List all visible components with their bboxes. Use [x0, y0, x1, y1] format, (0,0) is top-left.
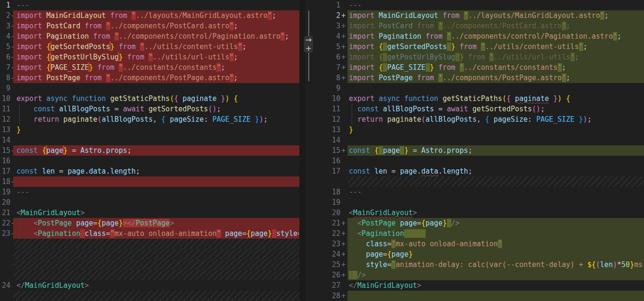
- code-line[interactable]: 2+import MainGridLayout from '../layouts…: [317, 10, 644, 21]
- code-text: return paginate(allBlogPosts, { pageSize…: [349, 114, 644, 125]
- code-line[interactable]: 5-import {getSortedPosts} from "../utils…: [0, 42, 305, 52]
- line-number: 5: [317, 42, 340, 52]
- code-line[interactable]: 21+ <PostPage page={page} />: [317, 218, 644, 228]
- code-line[interactable]: 15+const { page } = Astro.props;: [317, 145, 644, 156]
- code-text: />: [349, 270, 644, 280]
- code-line[interactable]: 25+ style=`animation-delay: calc(var(--c…: [317, 259, 644, 270]
- line-number: 20: [317, 208, 340, 218]
- code-line[interactable]: 3+import PostCard from '../components/Po…: [317, 21, 644, 31]
- diff-filler-row[interactable]: [0, 249, 305, 259]
- code-line[interactable]: 15-const {page} = Astro.props;: [0, 145, 305, 156]
- code-line[interactable]: 20: [0, 197, 305, 208]
- code-text: import { getSortedPosts } from '../utils…: [349, 42, 644, 52]
- indent-guide: [352, 114, 352, 125]
- code-text: [349, 135, 644, 145]
- diff-filler-row[interactable]: [0, 270, 305, 280]
- code-line[interactable]: 1---: [0, 0, 305, 10]
- line-number: 7: [0, 62, 10, 73]
- code-line[interactable]: 9: [317, 83, 644, 93]
- code-line[interactable]: 3-import PostCard from "../components/Po…: [0, 21, 305, 31]
- code-text: import { getPostUrlBySlug } from '../uti…: [349, 52, 644, 62]
- code-line[interactable]: 18---: [317, 187, 644, 197]
- code-line[interactable]: 17const len = page.data.length;: [0, 166, 305, 176]
- accept-block-button[interactable]: +: [304, 45, 313, 52]
- code-text: import Pagination from '../components/co…: [349, 31, 644, 42]
- code-line[interactable]: 11 const allBlogPosts = await getSortedP…: [0, 104, 305, 114]
- code-line[interactable]: 4-import Pagination from "../components/…: [0, 31, 305, 42]
- diff-marker: +: [341, 10, 346, 21]
- diff-marker: +: [341, 73, 346, 83]
- code-line[interactable]: 16: [317, 156, 644, 166]
- code-line[interactable]: 27</MainGridLayout>: [317, 280, 644, 291]
- line-number: 23: [0, 228, 10, 239]
- code-line[interactable]: 23- <Pagination class="mx-auto onload-an…: [0, 228, 305, 239]
- code-line[interactable]: 6+import { getPostUrlBySlug } from '../u…: [317, 52, 644, 62]
- diff-marker: +: [341, 145, 346, 156]
- code-line[interactable]: 14: [317, 135, 644, 145]
- revert-block-button[interactable]: →: [304, 36, 313, 44]
- code-line[interactable]: 21<MainGridLayout>: [0, 208, 305, 218]
- code-line[interactable]: 13}: [0, 125, 305, 135]
- line-number: 5: [0, 42, 10, 52]
- code-line[interactable]: 1---: [317, 0, 644, 10]
- indent-guide: [352, 104, 352, 114]
- code-line[interactable]: 28+: [317, 291, 644, 301]
- diff-marker: +: [341, 31, 346, 42]
- code-line[interactable]: 11 const allBlogPosts = await getSortedP…: [317, 104, 644, 114]
- code-line[interactable]: 18-: [0, 176, 305, 187]
- line-number: 7: [317, 62, 340, 73]
- code-line[interactable]: 10export async function getStaticPaths({…: [0, 93, 305, 104]
- code-line[interactable]: 14: [0, 135, 305, 145]
- code-line[interactable]: 13}: [317, 125, 644, 135]
- diff-marker: +: [341, 291, 346, 301]
- code-line[interactable]: 19---: [0, 187, 305, 197]
- diff-filler-row[interactable]: [0, 239, 305, 249]
- indent-guide: [19, 104, 20, 114]
- code-line[interactable]: 7+import { PAGE_SIZE } from '../constant…: [317, 62, 644, 73]
- diff-filler-row[interactable]: [0, 291, 305, 301]
- diff-marker: +: [341, 259, 346, 270]
- line-number: 1: [0, 0, 10, 10]
- hatch-pattern: [13, 291, 299, 301]
- code-line[interactable]: 23+ class='mx-auto onload-animation': [317, 239, 644, 249]
- code-line[interactable]: 12 return paginate(allBlogPosts, { pageS…: [317, 114, 644, 125]
- code-text: style=`animation-delay: calc(var(--conte…: [349, 259, 644, 270]
- code-line[interactable]: 26+ />: [317, 270, 644, 280]
- code-line[interactable]: 10export async function getStaticPaths({…: [317, 93, 644, 104]
- code-line[interactable]: 2-import MainGridLayout from "../layouts…: [0, 10, 305, 21]
- diff-action-buttons: → +: [304, 36, 313, 53]
- indent-guide: [352, 218, 352, 228]
- diff-marker: -: [10, 62, 15, 73]
- code-line[interactable]: 12 return paginate(allBlogPosts, { pageS…: [0, 114, 305, 125]
- indent-guide: [19, 114, 20, 125]
- code-line[interactable]: 22+ <Pagination: [317, 228, 644, 239]
- modified-pane[interactable]: 1---2+import MainGridLayout from '../lay…: [317, 0, 644, 301]
- line-number: 12: [317, 114, 340, 125]
- code-line[interactable]: 24</MainGridLayout>: [0, 280, 305, 291]
- code-line[interactable]: 16: [0, 156, 305, 166]
- code-line[interactable]: 7-import {PAGE_SIZE} from "../constants/…: [0, 62, 305, 73]
- diff-marker: +: [341, 270, 346, 280]
- diff-filler-row[interactable]: [317, 176, 644, 187]
- code-line[interactable]: 19: [317, 197, 644, 208]
- code-line[interactable]: 17const len = page.data.length;: [317, 166, 644, 176]
- diff-filler-row[interactable]: [0, 259, 305, 270]
- code-line[interactable]: 6-import {getPostUrlBySlug} from "../uti…: [0, 52, 305, 62]
- code-line[interactable]: 8-import PostPage from "../components/Po…: [0, 73, 305, 83]
- code-text: [17, 156, 299, 166]
- code-line[interactable]: 20<MainGridLayout>: [317, 208, 644, 218]
- hatch-pattern: [13, 249, 299, 259]
- code-line[interactable]: 22- <PostPage page={page}></PostPage>: [0, 218, 305, 228]
- code-line[interactable]: 24+ page={page}: [317, 249, 644, 259]
- code-text: export async function getStaticPaths({ p…: [17, 93, 299, 104]
- line-number: 23: [317, 239, 340, 249]
- line-number: 1: [317, 0, 340, 10]
- code-line[interactable]: 4+import Pagination from '../components/…: [317, 31, 644, 42]
- original-pane[interactable]: 1---2-import MainGridLayout from "../lay…: [0, 0, 305, 301]
- code-text: <MainGridLayout>: [349, 208, 644, 218]
- code-text: return paginate(allBlogPosts, { pageSize…: [17, 114, 299, 125]
- code-line[interactable]: 5+import { getSortedPosts } from '../uti…: [317, 42, 644, 52]
- code-line[interactable]: 9: [0, 83, 305, 93]
- code-text: </MainGridLayout>: [349, 280, 644, 291]
- code-line[interactable]: 8+import PostPage from '../components/Po…: [317, 73, 644, 83]
